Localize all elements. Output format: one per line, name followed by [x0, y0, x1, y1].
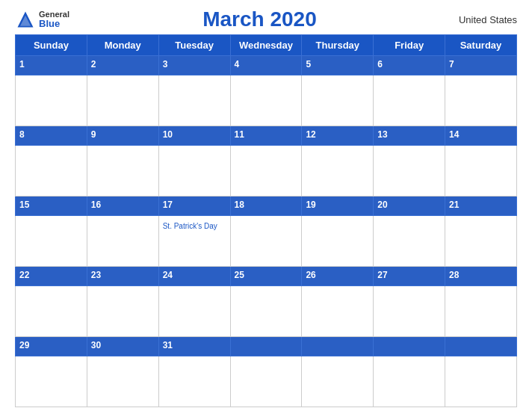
week-5-day-1-content	[16, 356, 87, 407]
calendar-title: March 2020	[69, 7, 450, 31]
week-3-day-7-num: 21	[445, 197, 517, 216]
calendar-header: General Blue March 2020 United States	[15, 7, 517, 31]
week-2-day-2-content	[87, 146, 158, 197]
week-2-day-3-num: 10	[158, 126, 230, 146]
week-1-date-row: 1234567	[16, 56, 517, 75]
week-1-day-2-content	[87, 75, 158, 126]
header-saturday: Saturday	[445, 35, 517, 56]
week-5-day-2-num: 30	[87, 337, 158, 356]
week-2-day-5-num: 12	[302, 126, 374, 146]
week-3-day-3-content: St. Patrick's Day	[158, 216, 230, 267]
week-3-day-5-content	[302, 216, 374, 267]
week-4-day-6-content	[374, 286, 445, 337]
week-5-day-2-content	[87, 356, 158, 407]
week-2-day-6-content	[374, 146, 445, 197]
week-5-date-row: 293031	[16, 337, 517, 356]
week-1-day-5-num: 5	[302, 56, 374, 75]
week-2-day-1-num: 8	[16, 126, 87, 146]
week-1-day-3-content	[158, 75, 230, 126]
week-4-day-1-content	[16, 286, 87, 337]
weekday-header-row: Sunday Monday Tuesday Wednesday Thursday…	[16, 35, 517, 56]
week-2-content-row	[16, 146, 517, 197]
week-3-day-2-content	[87, 216, 158, 267]
week-2-day-5-content	[302, 146, 374, 197]
week-1-day-7-num: 7	[445, 56, 517, 75]
week-5-day-6-num	[374, 337, 445, 356]
week-1-day-4-content	[230, 75, 302, 126]
week-1-day-4-num: 4	[230, 56, 302, 75]
logo-icon	[15, 9, 36, 30]
week-5-day-6-content	[374, 356, 445, 407]
week-1-day-6-num: 6	[374, 56, 445, 75]
week-4-day-6-num: 27	[374, 267, 445, 286]
week-1-day-6-content	[374, 75, 445, 126]
week-4-day-3-content	[158, 286, 230, 337]
week-4-day-4-content	[230, 286, 302, 337]
week-4-date-row: 22232425262728	[16, 267, 517, 286]
week-2-day-7-num: 14	[445, 126, 517, 146]
week-5-day-1-num: 29	[16, 337, 87, 356]
week-3-day-7-content	[445, 216, 517, 267]
week-5-day-3-content	[158, 356, 230, 407]
week-3-day-4-num: 18	[230, 197, 302, 216]
header-tuesday: Tuesday	[158, 35, 230, 56]
week-1-day-7-content	[445, 75, 517, 126]
week-1-content-row	[16, 75, 517, 126]
week-3-day-4-content	[230, 216, 302, 267]
week-5-content-row	[16, 356, 517, 407]
week-3-day-6-content	[374, 216, 445, 267]
week-3-day-5-num: 19	[302, 197, 374, 216]
week-5-day-5-content	[302, 356, 374, 407]
holiday-label: St. Patrick's Day	[163, 222, 217, 230]
week-1-day-2-num: 2	[87, 56, 158, 75]
header-thursday: Thursday	[302, 35, 374, 56]
week-3-day-6-num: 20	[374, 197, 445, 216]
week-2-day-3-content	[158, 146, 230, 197]
week-4-day-7-num: 28	[445, 267, 517, 286]
week-3-day-2-num: 16	[87, 197, 158, 216]
week-2-day-1-content	[16, 146, 87, 197]
week-5-day-4-content	[230, 356, 302, 407]
week-1-day-1-content	[16, 75, 87, 126]
logo-blue-text: Blue	[39, 19, 69, 28]
week-4-day-5-content	[302, 286, 374, 337]
week-3-day-3-num: 17	[158, 197, 230, 216]
country-label: United States	[450, 14, 517, 25]
week-4-day-1-num: 22	[16, 267, 87, 286]
header-friday: Friday	[374, 35, 445, 56]
week-3-date-row: 15161718192021	[16, 197, 517, 216]
week-3-day-1-content	[16, 216, 87, 267]
logo: General Blue	[15, 9, 69, 30]
week-2-day-7-content	[445, 146, 517, 197]
week-2-day-4-content	[230, 146, 302, 197]
header-wednesday: Wednesday	[230, 35, 302, 56]
week-5-day-3-num: 31	[158, 337, 230, 356]
week-4-day-4-num: 25	[230, 267, 302, 286]
week-1-day-5-content	[302, 75, 374, 126]
week-4-content-row	[16, 286, 517, 337]
week-3-day-1-num: 15	[16, 197, 87, 216]
header-monday: Monday	[87, 35, 158, 56]
week-1-day-1-num: 1	[16, 56, 87, 75]
week-2-day-6-num: 13	[374, 126, 445, 146]
week-4-day-2-content	[87, 286, 158, 337]
week-2-day-4-num: 11	[230, 126, 302, 146]
week-4-day-3-num: 24	[158, 267, 230, 286]
calendar-table: Sunday Monday Tuesday Wednesday Thursday…	[15, 34, 517, 407]
week-3-content-row: St. Patrick's Day	[16, 216, 517, 267]
week-4-day-2-num: 23	[87, 267, 158, 286]
week-4-day-7-content	[445, 286, 517, 337]
week-5-day-7-num	[445, 337, 517, 356]
week-2-date-row: 891011121314	[16, 126, 517, 146]
week-5-day-4-num	[230, 337, 302, 356]
week-1-day-3-num: 3	[158, 56, 230, 75]
week-2-day-2-num: 9	[87, 126, 158, 146]
week-5-day-5-num	[302, 337, 374, 356]
week-5-day-7-content	[445, 356, 517, 407]
header-sunday: Sunday	[16, 35, 87, 56]
week-4-day-5-num: 26	[302, 267, 374, 286]
